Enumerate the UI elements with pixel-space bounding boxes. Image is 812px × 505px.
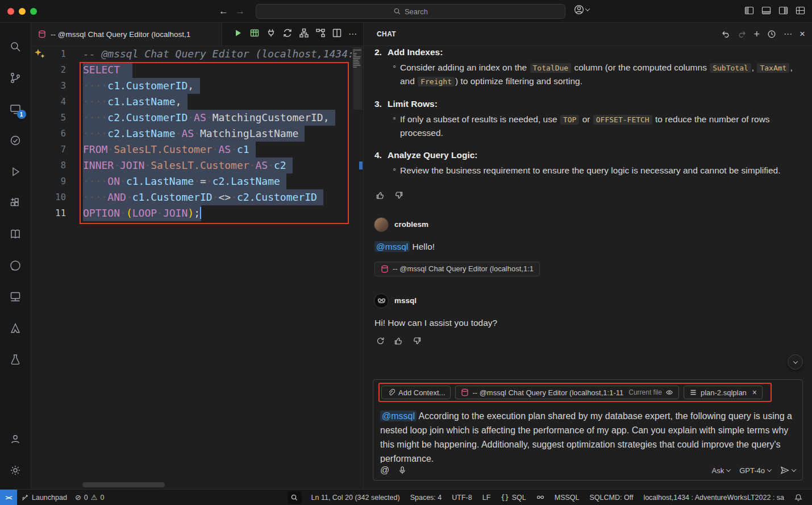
problems-item[interactable]: ⊘0 ⚠0 — [71, 490, 108, 505]
notebooks-view-button[interactable] — [0, 218, 31, 250]
retry-icon[interactable] — [376, 336, 385, 346]
remote-indicator[interactable]: >< — [0, 490, 17, 505]
copilot-status-item[interactable] — [532, 494, 548, 502]
language-mode-item[interactable]: {}SQL — [497, 494, 530, 502]
thumbs-down-icon[interactable] — [412, 336, 422, 346]
toggle-panel-icon[interactable] — [761, 6, 771, 15]
mention-chip[interactable]: @mssql — [380, 411, 417, 421]
source-control-button[interactable] — [0, 62, 31, 93]
sqlcmd-item[interactable]: SQLCMD: Off — [586, 494, 638, 502]
code-editor[interactable]: 1-- @mssql Chat Query Editor (localhost,… — [31, 46, 363, 489]
titlebar: ← → Search — [0, 0, 812, 23]
thumbs-up-icon[interactable] — [376, 191, 385, 200]
minimap[interactable] — [353, 47, 362, 489]
code-line[interactable]: 9····ON·c1.LastName·=·c2.LastName — [31, 173, 352, 189]
user-message-header: croblesm — [374, 217, 803, 232]
back-button[interactable]: ← — [219, 6, 228, 17]
thumbs-up-icon[interactable] — [394, 336, 403, 346]
redo-icon[interactable] — [738, 30, 747, 39]
command-center-search[interactable]: Search — [256, 4, 565, 19]
context-chip-plan[interactable]: plan-2.sqlplan × — [684, 386, 763, 399]
undo-icon[interactable] — [721, 30, 730, 39]
database-icon — [461, 388, 469, 396]
testing-view-button[interactable] — [0, 125, 31, 156]
mssql-item[interactable]: MSSQL — [551, 494, 584, 502]
bell-icon — [794, 494, 802, 502]
estimated-plan-button[interactable] — [282, 28, 293, 40]
code-line[interactable]: 5····c2.CustomerID·AS·MatchingCustomerID… — [31, 110, 352, 126]
toggle-primary-sidebar-icon[interactable] — [744, 6, 754, 15]
microphone-icon[interactable] — [398, 466, 407, 475]
notifications-bell[interactable] — [790, 494, 806, 502]
encoding-item[interactable]: UTF-8 — [448, 494, 476, 502]
mode-picker[interactable]: Ask — [712, 466, 731, 475]
maximize-window-button[interactable] — [30, 8, 37, 15]
eye-icon[interactable] — [665, 388, 673, 396]
chat-input-box[interactable]: Add Context... -- @mssql Chat Query Edit… — [373, 379, 803, 481]
line-number: 9 — [31, 173, 66, 189]
chat-input-text[interactable]: @mssql According to the execution plan s… — [380, 409, 796, 463]
code-line[interactable]: 7FROM·SalesLT.Customer·AS·c1 — [31, 142, 352, 158]
code-line[interactable]: 3····c1.CustomerID, — [31, 78, 352, 94]
results-grid-button[interactable] — [249, 28, 260, 40]
database-projects-button[interactable] — [0, 343, 31, 375]
overview-ruler-mark — [359, 162, 363, 169]
more-icon[interactable]: ⋯ — [784, 29, 792, 39]
scroll-to-bottom-button[interactable] — [788, 354, 803, 370]
horizontal-scrollbar[interactable] — [82, 482, 165, 487]
toggle-secondary-sidebar-icon[interactable] — [778, 6, 788, 15]
run-query-button[interactable] — [233, 28, 243, 40]
cursor-position-item[interactable]: Ln 11, Col 20 (342 selected) — [307, 494, 404, 502]
azure-view-button[interactable] — [0, 312, 31, 343]
github-view-button[interactable] — [0, 250, 31, 281]
run-debug-view-button[interactable] — [0, 156, 31, 187]
split-editor-button[interactable] — [332, 28, 342, 40]
user-attachment-chip[interactable]: -- @mssql Chat Query Editor (localhost,1… — [374, 262, 540, 276]
settings-button[interactable] — [0, 454, 31, 486]
model-picker[interactable]: GPT-4o — [739, 466, 771, 475]
connection-button[interactable] — [266, 28, 276, 40]
customize-layout-icon[interactable] — [796, 6, 805, 15]
copilot-sparkle-icon[interactable] — [34, 48, 45, 60]
code-line[interactable]: 4····c1.LastName, — [31, 94, 352, 110]
code-line[interactable]: 8INNER·JOIN·SalesLT.Customer·AS·c2 — [31, 158, 352, 173]
indentation-item[interactable]: Spaces: 4 — [406, 494, 446, 502]
connection-item[interactable]: localhost,1434 : AdventureWorksLT2022 : … — [639, 494, 788, 502]
gear-icon — [9, 463, 22, 477]
forward-button[interactable]: → — [235, 6, 245, 17]
query-plan-button[interactable] — [315, 28, 326, 40]
close-window-button[interactable] — [7, 8, 14, 15]
account-menu[interactable] — [574, 5, 589, 15]
line-number: 4 — [31, 94, 66, 110]
eol-item[interactable]: LF — [478, 494, 495, 502]
search-icon — [393, 7, 401, 15]
close-icon[interactable]: × — [799, 28, 805, 40]
code-line[interactable]: 1-- @mssql Chat Query Editor (localhost,… — [31, 46, 352, 62]
thumbs-down-icon[interactable] — [394, 191, 403, 200]
add-context-button[interactable]: Add Context... — [381, 386, 451, 399]
search-view-button[interactable] — [0, 31, 31, 62]
accounts-button[interactable] — [0, 423, 31, 454]
more-actions-icon[interactable]: ⋯ — [348, 29, 357, 39]
remove-attachment-icon[interactable]: × — [752, 388, 757, 397]
zoom-indicator[interactable] — [288, 491, 302, 504]
history-icon[interactable] — [767, 30, 776, 39]
user-name: croblesm — [394, 220, 428, 229]
code-line[interactable]: 10····AND·c1.CustomerID·<>·c2.CustomerID — [31, 189, 352, 205]
line-number: 8 — [31, 158, 66, 173]
code-line[interactable]: 11OPTION·(LOOP·JOIN); — [31, 205, 352, 221]
editor-tab[interactable]: -- @mssql Chat Query Editor (localhost,1 — [31, 23, 222, 45]
remote-targets-button[interactable] — [0, 281, 31, 312]
mention-chip[interactable]: @mssql — [374, 241, 410, 252]
parse-query-button[interactable] — [299, 28, 309, 40]
launchpad-item[interactable]: Launchpad — [17, 490, 71, 505]
new-chat-icon[interactable]: + — [754, 30, 760, 38]
minimize-window-button[interactable] — [19, 8, 26, 15]
code-line[interactable]: 2SELECT — [31, 62, 352, 78]
mention-button[interactable]: @ — [380, 465, 389, 475]
code-line[interactable]: 6····c2.LastName·AS·MatchingLastName — [31, 126, 352, 142]
extensions-view-button[interactable] — [0, 187, 31, 218]
send-button[interactable] — [780, 466, 796, 475]
context-chip-editor[interactable]: -- @mssql Chat Query Editor (localhost,1… — [455, 386, 679, 399]
remote-explorer-button[interactable]: 1 — [0, 93, 31, 125]
